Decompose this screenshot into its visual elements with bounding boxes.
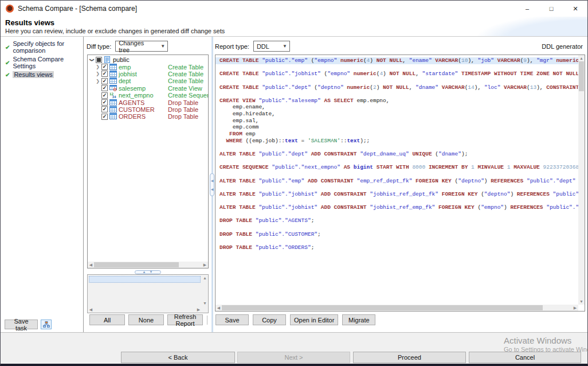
changes-tree-rows: ❯public❯✓empCreate Table❯✓jobhistCreate … — [88, 56, 208, 262]
tree-row-emp[interactable]: ❯✓empCreate Table — [88, 63, 208, 70]
changes-tree[interactable]: ❯public❯✓empCreate Table❯✓jobhistCreate … — [87, 54, 209, 268]
sql-line: ALTER TABLE "public"."emp" ADD CONSTRAIN… — [219, 178, 578, 185]
close-icon[interactable]: ✕ — [563, 1, 587, 17]
table-icon — [109, 71, 117, 77]
vertical-splitter[interactable]: ◀◀ — [211, 37, 213, 332]
scroll-right-icon[interactable]: ▶ — [202, 263, 208, 267]
check-mark: ✓ — [103, 85, 107, 91]
app-icon — [6, 5, 14, 13]
tree-hscrollbar[interactable]: ◀ ▶ — [88, 262, 208, 268]
checkmark-icon: ✔ — [5, 72, 10, 78]
sidebar-item-schema-compare-settings[interactable]: ✔Schema Compare Settings — [1, 55, 83, 70]
cancel-button[interactable]: Cancel — [469, 352, 581, 363]
checkbox[interactable]: ✓ — [101, 78, 108, 84]
scroll-left-icon[interactable]: ◀ — [88, 307, 94, 312]
tree-node-label: emp — [119, 64, 131, 71]
checkbox[interactable]: ✓ — [101, 71, 108, 77]
scroll-left-icon[interactable]: ◀ — [88, 263, 94, 267]
maximize-icon[interactable]: □ — [539, 1, 563, 17]
chevron-collapsed-icon[interactable]: ❯ — [95, 79, 100, 84]
scrollbar-thumb[interactable] — [222, 305, 543, 310]
open-in-editor-button[interactable]: Open in Editor — [290, 314, 338, 325]
chevron-collapsed-icon[interactable]: ❯ — [95, 64, 100, 69]
scroll-down-icon[interactable]: ▼ — [203, 300, 207, 306]
sql-code[interactable]: CREATE TABLE "public"."emp" ("empno" num… — [215, 55, 578, 305]
scroll-up-icon[interactable]: ▲ — [203, 275, 207, 281]
detail-preview-panel[interactable]: ▲ ▼ ◀ ▶ — [87, 274, 209, 313]
preview-selected-row[interactable] — [89, 276, 201, 283]
minimize-icon[interactable]: – — [515, 1, 539, 17]
page-title: Results views — [5, 18, 54, 27]
change-action-label: Create Table — [168, 64, 203, 71]
tree-row-dept[interactable]: ❯✓deptCreate Table — [88, 77, 208, 84]
checkbox[interactable]: ✓ — [101, 114, 108, 120]
migrate-button[interactable]: Migrate — [342, 314, 375, 325]
report-type-select[interactable]: DDL ▼ — [253, 41, 290, 52]
sidebar-item-label: Specify objects for comparison — [13, 40, 82, 54]
none-button[interactable]: None — [128, 314, 164, 325]
scheduler-icon-button[interactable] — [41, 320, 52, 329]
tree-row-salesemp[interactable]: ✓salesempCreate View — [88, 85, 208, 92]
sidebar-item-specify-objects-for-comparison[interactable]: ✔Specify objects for comparison — [1, 40, 83, 54]
checkbox[interactable]: ✓ — [101, 99, 108, 106]
collapse-down-icon[interactable]: ▼ — [150, 270, 153, 274]
sql-line — [219, 237, 578, 244]
save-task-button[interactable]: Save task — [5, 320, 38, 329]
scrollbar-thumb[interactable] — [579, 61, 584, 91]
code-hscrollbar[interactable]: ◀ ▶ — [215, 305, 578, 311]
save-button[interactable]: Save — [215, 314, 249, 325]
change-action-label: Create Sequence — [168, 92, 208, 99]
chevron-expanded-icon[interactable]: ❯ — [89, 57, 95, 63]
scroll-right-icon[interactable]: ▶ — [572, 306, 578, 310]
sequence-icon: 1234 — [109, 92, 117, 99]
diff-type-select[interactable]: Changes tree ▼ — [115, 41, 168, 52]
titlebar: Schema Compare - [Schema compare] – □ ✕ — [1, 1, 587, 17]
scroll-up-icon[interactable]: ▲ — [579, 55, 583, 61]
refresh-report-button[interactable]: Refresh Report — [167, 314, 203, 325]
code-vscrollbar[interactable]: ▲ ▼ — [578, 55, 585, 305]
header-decoration — [444, 17, 587, 36]
table-icon — [109, 106, 117, 113]
sql-line: emp.comm — [219, 124, 578, 131]
horizontal-splitter[interactable]: ▲▼ — [84, 270, 211, 274]
collapse-up-icon[interactable]: ▲ — [143, 270, 146, 274]
checkbox[interactable] — [96, 57, 102, 63]
sql-line: emp.hiredate, — [219, 111, 578, 118]
change-action-label: Drop Table — [168, 113, 198, 120]
table-icon — [109, 77, 117, 84]
view-icon — [109, 85, 117, 92]
scroll-down-icon[interactable]: ▼ — [579, 298, 583, 305]
scrollbar-thumb[interactable] — [94, 262, 179, 267]
preview-hscrollbar[interactable]: ◀ ▶ — [88, 306, 202, 313]
back-button[interactable]: < Back — [121, 352, 235, 363]
tree-row-orders[interactable]: ✓ORDERSDrop Table — [88, 113, 208, 120]
partial-check-mark — [97, 58, 101, 62]
scroll-left-icon[interactable]: ◀ — [215, 306, 222, 310]
tree-node-label: jobhist — [119, 71, 137, 77]
sql-line — [219, 77, 578, 84]
activate-windows-watermark: Activate Windows — [504, 336, 571, 345]
proceed-button[interactable]: Proceed — [353, 352, 466, 363]
next-button: Next > — [237, 352, 350, 363]
scroll-right-icon[interactable]: ▶ — [195, 307, 202, 312]
checkbox[interactable]: ✓ — [101, 64, 108, 70]
copy-button[interactable]: Copy — [253, 314, 286, 325]
chevron-collapsed-icon[interactable]: ❯ — [95, 71, 100, 76]
all-button[interactable]: All — [89, 314, 125, 325]
tree-row-customer[interactable]: ✓CUSTOMERDrop Table — [88, 106, 208, 113]
tree-row-jobhist[interactable]: ❯✓jobhistCreate Table — [88, 71, 208, 77]
tree-row-next-empno[interactable]: ✓1234next_empnoCreate Sequence — [88, 92, 208, 99]
sidebar-item-results-views[interactable]: ✔Results views — [1, 71, 55, 79]
collapse-left-icon[interactable]: ◀ — [211, 187, 214, 191]
preview-vscrollbar[interactable]: ▲ ▼ — [202, 275, 208, 306]
ddl-report-view[interactable]: CREATE TABLE "public"."emp" ("empno" num… — [215, 54, 585, 312]
tree-row-public[interactable]: ❯public — [88, 56, 208, 63]
change-action-label: Create Table — [168, 71, 203, 77]
tree-row-agents[interactable]: ✓AGENTSDrop Table — [88, 99, 208, 106]
checkmark-icon: ✔ — [5, 60, 10, 66]
change-action-label: Drop Table — [168, 99, 198, 106]
checkbox[interactable]: ✓ — [101, 85, 108, 91]
collapse-left-icon[interactable]: ◀ — [211, 178, 214, 182]
checkbox[interactable]: ✓ — [101, 92, 108, 99]
checkbox[interactable]: ✓ — [101, 106, 108, 112]
